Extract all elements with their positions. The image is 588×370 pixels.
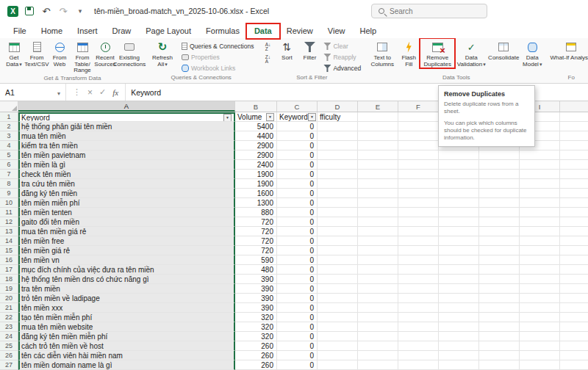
cell-keyword[interactable]: tên miền xxx [18, 303, 235, 313]
cell-keyword[interactable]: check tên miền [18, 170, 235, 179]
cell-empty[interactable] [358, 208, 398, 217]
column-header-c[interactable]: C [277, 101, 318, 112]
cell-empty[interactable] [520, 294, 560, 303]
cell-empty[interactable] [439, 236, 479, 246]
filter-dropdown-icon-c[interactable] [308, 113, 316, 121]
cell-empty[interactable] [560, 360, 588, 370]
cell-difficulty[interactable]: 0 [277, 275, 318, 284]
cell-keyword[interactable]: tên miền vn [18, 255, 235, 265]
row-number[interactable]: 20 [0, 294, 18, 303]
cell-empty[interactable] [358, 198, 398, 208]
cell-volume[interactable]: 2900 [235, 141, 277, 150]
cell-volume[interactable]: 320 [235, 313, 277, 322]
existing-connections-button[interactable]: Existing Connections [117, 39, 142, 68]
cell-empty[interactable] [398, 275, 439, 284]
cell-empty[interactable] [358, 303, 398, 313]
cell-empty[interactable] [439, 150, 479, 160]
cell-volume[interactable]: 390 [235, 294, 277, 303]
row-number[interactable]: 3 [0, 131, 18, 141]
cell-keyword[interactable]: tra tên miền [18, 284, 235, 294]
from-table-range-button[interactable]: From Table/ Range [71, 39, 93, 74]
cell-volume[interactable]: 880 [235, 208, 277, 217]
row-number[interactable]: 18 [0, 275, 18, 284]
column-header-e[interactable]: E [358, 101, 398, 112]
cell-difficulty[interactable]: 0 [277, 236, 318, 246]
cell-empty[interactable] [318, 303, 358, 313]
cell-empty[interactable] [520, 332, 560, 341]
cell-empty[interactable] [358, 294, 398, 303]
cell-empty[interactable] [520, 255, 560, 265]
cancel-icon[interactable] [87, 87, 93, 98]
cell-empty[interactable] [520, 150, 560, 160]
cell-empty[interactable] [560, 255, 588, 265]
cell-volume[interactable]: 1300 [235, 198, 277, 208]
select-all-corner[interactable] [0, 101, 18, 112]
row-number[interactable]: 6 [0, 160, 18, 170]
row-number[interactable]: 13 [0, 227, 18, 236]
cell-volume[interactable]: 4400 [235, 131, 277, 141]
data-model-button[interactable]: Data Model [520, 39, 545, 68]
cell-empty[interactable] [398, 189, 439, 198]
remove-duplicates-button[interactable]: Remove Duplicates [420, 39, 454, 68]
row-number[interactable]: 2 [0, 122, 18, 131]
queries-connections-button[interactable]: Queries & Connections [179, 41, 256, 51]
cell-empty[interactable] [318, 313, 358, 322]
cell-empty[interactable] [318, 255, 358, 265]
cell-empty[interactable] [520, 341, 560, 351]
search-box[interactable] [371, 4, 487, 18]
cell-empty[interactable] [398, 294, 439, 303]
cell-volume[interactable]: 320 [235, 332, 277, 341]
cell-keyword[interactable]: tên miền tenten [18, 208, 235, 217]
row-number[interactable]: 27 [0, 360, 18, 370]
cell-difficulty[interactable]: 0 [277, 265, 318, 275]
cell-keyword[interactable]: trỏ tên miền về ladipage [18, 294, 235, 303]
cell-volume[interactable]: 480 [235, 265, 277, 275]
cell-a1-keyword-header[interactable]: Keyword [18, 112, 235, 122]
from-text-csv-button[interactable]: From Text/CSV [26, 39, 48, 68]
cell-empty[interactable] [520, 160, 560, 170]
cell-keyword[interactable]: đăng ký tên miền [18, 189, 235, 198]
cell-empty[interactable] [358, 351, 398, 360]
cell-empty[interactable] [479, 275, 520, 284]
cell-empty[interactable] [318, 341, 358, 351]
row-number[interactable]: 12 [0, 217, 18, 227]
column-header-f[interactable]: F [398, 101, 439, 112]
cell-empty[interactable] [520, 208, 560, 217]
save-icon[interactable] [24, 5, 35, 17]
cell-empty[interactable] [520, 189, 560, 198]
cell-empty[interactable] [318, 284, 358, 294]
tab-file[interactable]: File [6, 24, 34, 38]
cell-empty[interactable] [479, 322, 520, 332]
cell-empty[interactable] [398, 112, 439, 122]
name-box-dropdown-icon[interactable] [57, 88, 60, 97]
cell-difficulty[interactable]: 0 [277, 284, 318, 294]
cell-empty[interactable] [318, 294, 358, 303]
cell-keyword[interactable]: tên miền domain name là gì [18, 360, 235, 370]
row-number[interactable]: 1 [0, 112, 18, 122]
cell-empty[interactable] [560, 236, 588, 246]
row-number[interactable]: 8 [0, 179, 18, 189]
sort-descending-button[interactable] [260, 54, 275, 65]
cell-difficulty[interactable]: 0 [277, 351, 318, 360]
cell-empty[interactable] [479, 265, 520, 275]
row-number[interactable]: 5 [0, 150, 18, 160]
cell-empty[interactable] [479, 255, 520, 265]
cell-difficulty[interactable]: 0 [277, 122, 318, 131]
cell-empty[interactable] [439, 246, 479, 255]
refresh-all-button[interactable]: Refresh All [146, 39, 179, 68]
quick-access-dropdown-icon[interactable] [74, 5, 86, 17]
cell-volume[interactable]: 1600 [235, 189, 277, 198]
name-box[interactable]: A1 [0, 84, 66, 101]
tab-review[interactable]: Review [279, 24, 320, 38]
row-number[interactable]: 25 [0, 341, 18, 351]
cell-empty[interactable] [398, 351, 439, 360]
cell-empty[interactable] [479, 351, 520, 360]
cell-keyword[interactable]: hệ thống phân giải tên miền [18, 122, 235, 131]
cell-empty[interactable] [358, 131, 398, 141]
tab-help[interactable]: Help [352, 24, 384, 38]
row-number[interactable]: 7 [0, 170, 18, 179]
cell-empty[interactable] [560, 313, 588, 322]
cell-empty[interactable] [358, 179, 398, 189]
cell-empty[interactable] [318, 150, 358, 160]
cell-empty[interactable] [318, 332, 358, 341]
